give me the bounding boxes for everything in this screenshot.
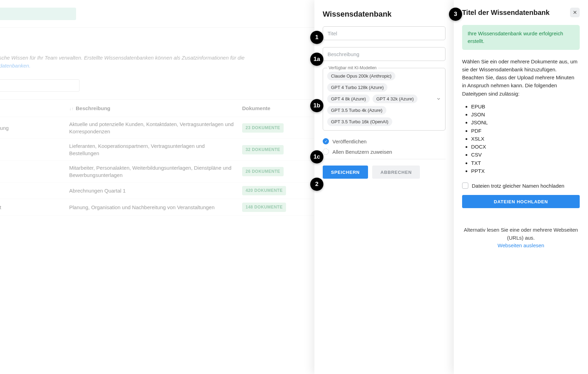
file-type-item: XSLX xyxy=(471,135,580,143)
left-panel-title: Wissensdatenbank xyxy=(323,10,445,19)
chevron-down-icon[interactable] xyxy=(436,96,441,102)
success-banner: Ihre Wissensdatenbank wurde erfolgreich … xyxy=(462,25,580,50)
row-desc: Mitarbeiter, Personalakten, Weiterbildun… xyxy=(69,164,242,179)
publish-label: Veröffentlichen xyxy=(332,139,367,144)
file-type-item: EPUB xyxy=(471,103,580,110)
bg-subtitle: Sie das spezifische Wissen für Ihr Team … xyxy=(0,54,311,70)
step-badge-3: 3 xyxy=(449,8,462,21)
step-badge-2: 2 xyxy=(310,178,323,191)
right-panel-title: Titel der Wissendatenbank xyxy=(462,9,550,17)
bg-subtitle-text: Sie das spezifische Wissen für Ihr Team … xyxy=(0,55,245,61)
upload-files-button[interactable]: DATEIEN HOCHLADEN xyxy=(462,195,580,208)
file-type-item: JSON xyxy=(471,110,580,118)
create-kb-panel: Wissensdatenbank Verfügbar mit KI-Modell… xyxy=(314,0,454,374)
model-tag[interactable]: GPT 4 Turbo 128k (Azure) xyxy=(327,83,387,92)
bg-header-button xyxy=(0,8,76,20)
kb-desc-input[interactable] xyxy=(323,47,445,61)
row-name: ise und -betreuung xyxy=(0,124,69,132)
row-name: 2024 xyxy=(0,187,69,194)
bg-subtitle-link: en zu Wissensdatenbanken. xyxy=(0,63,30,69)
file-type-item: DOCX xyxy=(471,143,580,151)
step-badge-1a: 1a xyxy=(310,53,323,66)
kb-title-input[interactable] xyxy=(323,26,445,40)
assign-all-label: Allen Benutzern zuweisen xyxy=(332,149,392,155)
doc-count-badge: 420 DOKUMENTE xyxy=(242,186,286,195)
step-badge-1c: 1c xyxy=(310,150,323,163)
checkbox-icon xyxy=(462,182,468,189)
model-tag[interactable]: GPT 3.5 Turbo 4k (Azure) xyxy=(327,106,386,115)
read-urls-link[interactable]: Webseiten auslesen xyxy=(498,242,544,248)
bg-th-name: enbank xyxy=(0,105,69,112)
file-type-item: TXT xyxy=(471,159,580,167)
close-icon: ✕ xyxy=(573,9,577,16)
cancel-button[interactable]: ABBRECHEN xyxy=(372,166,420,179)
step-badge-1b: 1b xyxy=(310,99,323,112)
checkmark-icon: ✓ xyxy=(323,138,329,144)
row-desc: Planung, Organisation und Nachbereitung … xyxy=(69,204,242,211)
dup-upload-label: Dateien trotz gleicher Namen hochladen xyxy=(472,183,564,189)
assign-all-row[interactable]: Allen Benutzern zuweisen xyxy=(323,149,445,155)
row-name: und agement xyxy=(0,142,69,157)
dashed-circle-icon xyxy=(323,149,329,155)
file-type-item: PDF xyxy=(471,127,580,135)
doc-count-badge: 23 DOKUMENTE xyxy=(242,123,284,133)
divider xyxy=(323,159,445,159)
file-type-item: CSV xyxy=(471,151,580,159)
step-badge-1: 1 xyxy=(310,31,323,44)
save-button[interactable]: SPEICHERN xyxy=(323,166,368,179)
model-tag[interactable]: GPT 4 32k (Azure) xyxy=(373,95,417,103)
bg-search-input xyxy=(0,79,80,92)
models-legend: Verfügbar mit KI-Modellen xyxy=(327,65,378,70)
doc-count-badge: 148 DOKUMENTE xyxy=(242,203,286,212)
file-type-item: PPTX xyxy=(471,167,580,175)
row-desc: Aktuelle und potenzielle Kunden, Kontakt… xyxy=(69,121,242,135)
sort-icon: ↓↑ xyxy=(69,106,74,111)
dup-upload-row[interactable]: Dateien trotz gleicher Namen hochladen xyxy=(462,182,580,189)
close-button[interactable]: ✕ xyxy=(570,8,580,17)
models-field[interactable]: Verfügbar mit KI-Modellen Claude Opus 20… xyxy=(323,68,445,131)
model-tag[interactable]: Claude Opus 200k (Anthropic) xyxy=(327,72,395,80)
bg-th-desc: ↓↑Beschreibung xyxy=(69,105,242,112)
file-types-list: EPUBJSONJSONLPDFXSLXDOCXCSVTXTPPTX xyxy=(462,103,580,175)
row-name: gsmanagement xyxy=(0,204,69,211)
row-name: en xyxy=(0,168,69,175)
alt-url-text: Alternativ lesen Sie eine oder mehrere W… xyxy=(462,226,580,250)
row-desc: Abrechnungen Quartal 1 xyxy=(69,187,242,194)
file-type-item: JSONL xyxy=(471,118,580,126)
doc-count-badge: 26 DOKUMENTE xyxy=(242,167,284,176)
publish-row[interactable]: ✓ Veröffentlichen xyxy=(323,138,445,144)
model-tag[interactable]: GPT 3.5 Turbo 16k (OpenAI) xyxy=(327,117,392,126)
upload-intro-text: Wählen Sie ein oder mehrere Dokumente au… xyxy=(462,57,580,98)
doc-count-badge: 32 DOKUMENTE xyxy=(242,145,284,154)
model-tag[interactable]: GPT 4 8k (Azure) xyxy=(327,95,370,103)
upload-panel: Titel der Wissendatenbank ✕ Ihre Wissens… xyxy=(454,0,588,374)
row-desc: Lieferanten, Kooperationspartnern, Vertr… xyxy=(69,142,242,157)
